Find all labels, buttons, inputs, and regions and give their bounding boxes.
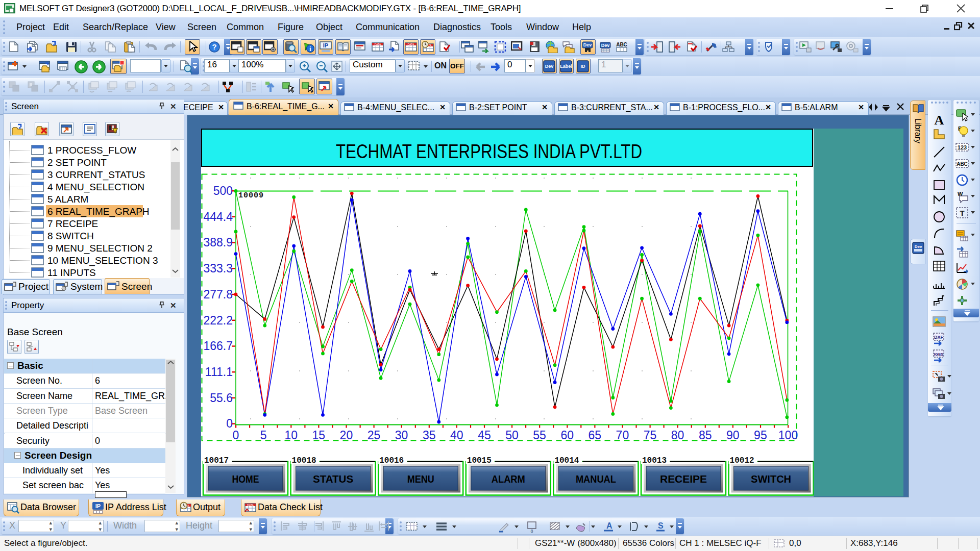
svg-text:?: ? bbox=[212, 42, 216, 51]
svg-text:IGES: IGES bbox=[934, 352, 944, 357]
svg-text:10: 10 bbox=[284, 429, 298, 442]
svg-text:95: 95 bbox=[754, 429, 767, 442]
svg-text:Dev: Dev bbox=[915, 244, 922, 249]
svg-text:85: 85 bbox=[699, 429, 712, 442]
svg-text:65: 65 bbox=[589, 429, 602, 442]
svg-text:10015: 10015 bbox=[467, 456, 492, 465]
svg-text:333.3: 333.3 bbox=[203, 262, 233, 275]
svg-text:222.2: 222.2 bbox=[203, 314, 233, 327]
svg-text:10018: 10018 bbox=[292, 456, 316, 465]
svg-text:MENU: MENU bbox=[407, 473, 434, 485]
svg-text:10016: 10016 bbox=[379, 456, 404, 465]
svg-text:ABC: ABC bbox=[616, 42, 627, 47]
svg-text:70: 70 bbox=[616, 429, 629, 442]
svg-text:Label: Label bbox=[560, 64, 572, 69]
svg-text:DATA: DATA bbox=[408, 43, 414, 46]
svg-text:Dev: Dev bbox=[583, 42, 592, 47]
svg-text:30: 30 bbox=[395, 429, 408, 442]
svg-text:ABC: ABC bbox=[957, 161, 968, 167]
svg-text:0: 0 bbox=[233, 429, 239, 442]
svg-text:50: 50 bbox=[505, 429, 519, 442]
svg-text:DATA: DATA bbox=[247, 504, 254, 507]
svg-text:15: 15 bbox=[312, 429, 326, 442]
svg-text:10013: 10013 bbox=[642, 456, 667, 465]
svg-text:10012: 10012 bbox=[730, 456, 754, 465]
svg-text:STATUS: STATUS bbox=[313, 473, 353, 485]
svg-text:45: 45 bbox=[478, 429, 491, 442]
svg-text:10009: 10009 bbox=[238, 191, 264, 200]
svg-text:444.4: 444.4 bbox=[203, 210, 233, 223]
svg-text:MANUAL: MANUAL bbox=[576, 473, 616, 485]
svg-text:HOME: HOME bbox=[232, 473, 259, 485]
svg-text:500: 500 bbox=[213, 184, 233, 197]
svg-text:5: 5 bbox=[260, 429, 267, 442]
svg-text:Dev: Dev bbox=[601, 43, 610, 48]
svg-text:40: 40 bbox=[450, 429, 463, 442]
svg-text:75: 75 bbox=[644, 429, 657, 442]
svg-text:IP: IP bbox=[323, 42, 328, 48]
svg-text:IP: IP bbox=[95, 503, 101, 509]
svg-text:25: 25 bbox=[368, 429, 381, 442]
svg-text:A: A bbox=[935, 113, 944, 128]
svg-text:T: T bbox=[960, 209, 964, 217]
svg-text:ALARM: ALARM bbox=[492, 473, 525, 485]
svg-text:90: 90 bbox=[726, 429, 740, 442]
svg-text:100: 100 bbox=[778, 429, 798, 442]
svg-text:DXF: DXF bbox=[934, 335, 944, 340]
svg-text:388.9: 388.9 bbox=[203, 236, 233, 249]
svg-text:RECEIPE: RECEIPE bbox=[660, 473, 707, 485]
svg-text:55: 55 bbox=[533, 429, 546, 442]
svg-text:60: 60 bbox=[560, 429, 574, 442]
svg-text:8: 8 bbox=[530, 529, 533, 533]
svg-text:10014: 10014 bbox=[554, 456, 579, 465]
svg-text:SWITCH: SWITCH bbox=[751, 473, 791, 485]
svg-text:35: 35 bbox=[423, 429, 436, 442]
svg-text:Dev: Dev bbox=[545, 64, 554, 69]
svg-text:S: S bbox=[658, 521, 664, 530]
svg-text:277.8: 277.8 bbox=[203, 288, 233, 301]
svg-text:55.6: 55.6 bbox=[210, 391, 233, 405]
svg-text:111.1: 111.1 bbox=[205, 365, 233, 379]
svg-text:166.7: 166.7 bbox=[203, 339, 233, 353]
svg-text:20: 20 bbox=[340, 429, 353, 442]
svg-text:123: 123 bbox=[958, 144, 967, 151]
svg-text:ID: ID bbox=[581, 64, 586, 69]
svg-text:80: 80 bbox=[671, 429, 684, 442]
svg-text:DATA: DATA bbox=[375, 43, 381, 46]
svg-text:A: A bbox=[606, 521, 612, 530]
svg-text:10017: 10017 bbox=[204, 456, 229, 465]
svg-text:TECHMAT ENTERPRISES INDIA PVT.: TECHMAT ENTERPRISES INDIA PVT.LTD bbox=[336, 140, 642, 162]
